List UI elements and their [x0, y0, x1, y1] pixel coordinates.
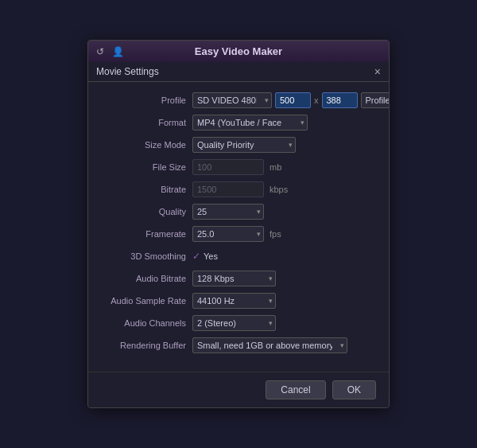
rendering-label: Rendering Buffer [101, 341, 192, 350]
dialog-title: Movie Settings [96, 66, 159, 77]
format-select-wrapper[interactable]: MP4 (YouTube / Face [192, 115, 308, 131]
quality-label: Quality [101, 207, 192, 216]
size-mode-row: Size Mode Quality Priority [101, 136, 376, 154]
profile-baseline-wrapper[interactable]: Profile = BASELI [361, 92, 390, 108]
smoothing-control: ✓ Yes [192, 251, 376, 262]
smoothing-label: 3D Smoothing [101, 251, 192, 261]
rendering-select[interactable]: Small, need 1GB or above memory. [192, 337, 347, 353]
audio-sample-select-wrapper[interactable]: 44100 Hz [192, 293, 276, 309]
cancel-button[interactable]: Cancel [266, 380, 325, 399]
back-icon[interactable]: ↺ [96, 46, 107, 57]
smoothing-row: 3D Smoothing ✓ Yes [101, 247, 376, 265]
dialog-footer: Cancel OK [88, 372, 389, 407]
audio-channels-select[interactable]: 2 (Stereo) [192, 315, 276, 331]
framerate-select[interactable]: 25.0 [192, 226, 264, 242]
profile-icon[interactable]: 👤 [112, 46, 123, 57]
audio-sample-control: 44100 Hz [192, 293, 376, 309]
audio-bitrate-label: Audio Bitrate [101, 274, 192, 283]
ok-button[interactable]: OK [332, 380, 376, 399]
quality-control: 25 [192, 204, 376, 220]
audio-bitrate-row: Audio Bitrate 128 Kbps [101, 270, 376, 287]
bitrate-label: Bitrate [101, 185, 192, 194]
profile-select[interactable]: SD VIDEO 480P 16:9 [192, 92, 272, 108]
title-bar: ↺ 👤 Easy Video Maker [88, 41, 389, 62]
smoothing-value: Yes [204, 251, 218, 261]
profile-height-input[interactable] [322, 92, 358, 108]
size-mode-select-wrapper[interactable]: Quality Priority [192, 137, 296, 153]
profile-control: SD VIDEO 480P 16:9 x Profile = BASELI [192, 92, 390, 108]
size-mode-select[interactable]: Quality Priority [192, 137, 296, 153]
audio-channels-control: 2 (Stereo) [192, 315, 376, 331]
profile-label: Profile [101, 95, 192, 105]
x-separator: x [314, 95, 319, 105]
file-size-row: File Size mb [101, 158, 376, 176]
audio-sample-row: Audio Sample Rate 44100 Hz [101, 292, 376, 310]
framerate-select-wrapper[interactable]: 25.0 [192, 226, 264, 242]
audio-channels-select-wrapper[interactable]: 2 (Stereo) [192, 315, 276, 331]
framerate-unit: fps [270, 229, 281, 239]
framerate-row: Framerate 25.0 fps [101, 225, 376, 243]
smoothing-checkbox-row: ✓ Yes [192, 251, 218, 262]
audio-bitrate-select[interactable]: 128 Kbps [192, 271, 276, 286]
close-button[interactable]: × [374, 66, 381, 77]
framerate-control: 25.0 fps [192, 226, 376, 242]
format-control: MP4 (YouTube / Face [192, 115, 376, 131]
profile-baseline-select[interactable]: Profile = BASELI [361, 92, 390, 108]
rendering-row: Rendering Buffer Small, need 1GB or abov… [101, 337, 376, 354]
file-size-input [192, 159, 264, 175]
smoothing-check-icon[interactable]: ✓ [192, 251, 200, 262]
file-size-control: mb [192, 159, 376, 175]
audio-channels-label: Audio Channels [101, 318, 192, 328]
profile-select-wrapper[interactable]: SD VIDEO 480P 16:9 [192, 92, 272, 108]
size-mode-control: Quality Priority [192, 137, 376, 153]
quality-select-wrapper[interactable]: 25 [192, 204, 264, 220]
rendering-control: Small, need 1GB or above memory. [192, 337, 376, 353]
file-size-label: File Size [101, 162, 192, 172]
size-mode-label: Size Mode [101, 140, 192, 150]
bitrate-control: kbps [192, 181, 376, 197]
audio-sample-label: Audio Sample Rate [101, 296, 192, 306]
quality-select[interactable]: 25 [192, 204, 264, 220]
format-select[interactable]: MP4 (YouTube / Face [192, 115, 308, 131]
profile-width-input[interactable] [275, 92, 311, 108]
dialog-body: Profile SD VIDEO 480P 16:9 x Profile = B… [88, 82, 389, 372]
audio-channels-row: Audio Channels 2 (Stereo) [101, 314, 376, 332]
framerate-label: Framerate [101, 229, 192, 239]
app-window: ↺ 👤 Easy Video Maker Movie Settings × Pr… [87, 40, 390, 408]
file-size-unit: mb [270, 162, 281, 172]
rendering-select-wrapper[interactable]: Small, need 1GB or above memory. [192, 337, 347, 353]
format-label: Format [101, 118, 192, 127]
dialog-header: Movie Settings × [88, 62, 389, 82]
quality-row: Quality 25 [101, 203, 376, 220]
audio-bitrate-control: 128 Kbps [192, 271, 376, 286]
app-title: Easy Video Maker [195, 45, 282, 57]
bitrate-unit: kbps [270, 185, 288, 194]
format-row: Format MP4 (YouTube / Face [101, 114, 376, 131]
bitrate-input [192, 181, 264, 197]
audio-bitrate-select-wrapper[interactable]: 128 Kbps [192, 271, 276, 286]
audio-sample-select[interactable]: 44100 Hz [192, 293, 276, 309]
bitrate-row: Bitrate kbps [101, 181, 376, 198]
title-bar-icons: ↺ 👤 [96, 46, 123, 57]
profile-row: Profile SD VIDEO 480P 16:9 x Profile = B… [101, 92, 376, 109]
